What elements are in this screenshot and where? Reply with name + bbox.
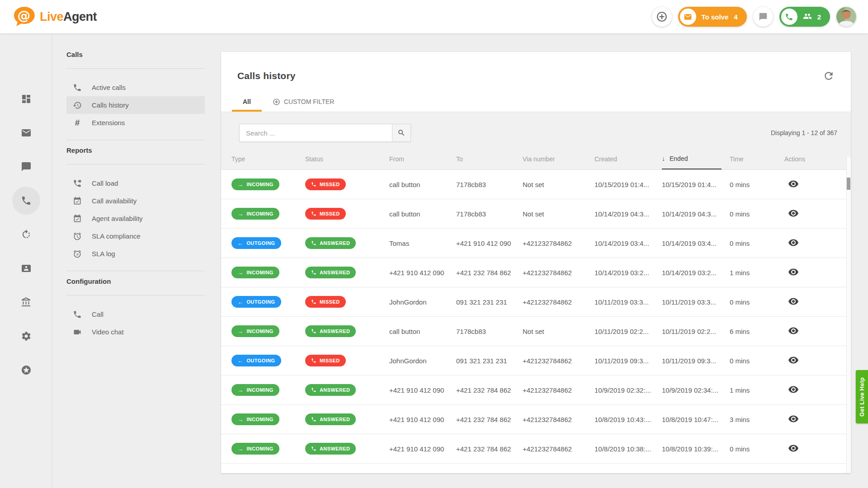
eye-icon[interactable]: [788, 384, 799, 395]
phone-icon: [311, 328, 316, 334]
status-badge: ANSWERED: [305, 267, 356, 278]
eye-icon[interactable]: [788, 208, 799, 219]
table-row[interactable]: ←OUTGOINGANSWEREDTomas+421 910 412 090+4…: [221, 229, 851, 258]
sidebar-item-call-load[interactable]: Call load: [66, 174, 205, 192]
phone-icon[interactable]: [21, 195, 32, 206]
user-avatar[interactable]: [836, 7, 856, 27]
column-header-label: Actions: [784, 155, 805, 163]
chat-icon[interactable]: [21, 161, 32, 172]
column-header-via-number[interactable]: Via number: [523, 148, 594, 169]
eye-icon[interactable]: [788, 413, 799, 424]
eye-icon[interactable]: [788, 237, 799, 248]
column-header-label: Created: [594, 155, 617, 163]
eye-icon[interactable]: [788, 296, 799, 307]
tab-all[interactable]: All: [232, 92, 262, 112]
phone-icon: [311, 211, 316, 216]
table-row[interactable]: →INCOMINGANSWERED+421 910 412 090+421 23…: [221, 258, 851, 287]
cell-to: 7178cb83: [456, 328, 523, 335]
icon-rail: [0, 33, 52, 488]
table-row[interactable]: ←OUTGOINGMISSEDJohnGordon091 321 231 231…: [221, 287, 851, 317]
cell-to: +421 232 784 862: [456, 386, 523, 394]
dashboard-icon[interactable]: [21, 94, 32, 104]
column-header-status[interactable]: Status: [305, 148, 389, 169]
alarm-log-icon: [73, 249, 82, 258]
refresh-icon[interactable]: [823, 70, 835, 82]
eye-icon[interactable]: [788, 443, 799, 454]
calendar-check-icon: [73, 197, 82, 206]
sidebar-item-agent-availability[interactable]: Agent availability: [66, 210, 205, 227]
cell-type: ←OUTGOING: [231, 355, 305, 366]
contact-card-icon[interactable]: [21, 263, 32, 274]
cell-type: →INCOMING: [231, 208, 305, 220]
sidebar-item-calls-history[interactable]: Calls history: [66, 96, 205, 114]
menu-section-heading: Reports: [66, 140, 205, 164]
sidebar-item-call[interactable]: Call: [66, 305, 205, 323]
sidebar-item-extensions[interactable]: #Extensions: [66, 114, 205, 131]
agents-online-button[interactable]: 2: [779, 7, 830, 27]
sidebar-item-label: SLA compliance: [92, 232, 141, 240]
search-icon[interactable]: [392, 124, 411, 142]
cell-actions: [784, 178, 851, 191]
column-header-created[interactable]: Created: [594, 148, 662, 169]
tab-custom-filter[interactable]: CUSTOM FILTER: [262, 92, 345, 112]
type-badge: →INCOMING: [231, 443, 279, 455]
status-badge: ANSWERED: [305, 325, 356, 337]
cell-via-number: +421232784862: [523, 239, 594, 247]
table-row[interactable]: →INCOMINGANSWERED+421 910 412 090+421 23…: [221, 434, 851, 464]
column-header-time[interactable]: Time: [730, 148, 784, 169]
envelope-icon: [680, 9, 696, 25]
scrollbar-thumb[interactable]: [847, 178, 850, 190]
menu-section-heading: Calls: [66, 44, 205, 68]
sidebar-item-sla-log[interactable]: SLA log: [66, 245, 205, 263]
phone-icon: [311, 182, 316, 187]
table-row[interactable]: ←OUTGOINGMISSEDJohnGordon091 321 231 231…: [221, 346, 851, 375]
table-row[interactable]: →INCOMINGMISSEDcall button7178cb83Not se…: [221, 199, 851, 229]
cell-via-number: +421232784862: [523, 386, 594, 394]
star-circle-icon[interactable]: [21, 365, 32, 375]
cell-from: +421 910 412 090: [389, 445, 456, 453]
cell-status: ANSWERED: [305, 237, 389, 249]
column-header-ended[interactable]: ↓Ended: [662, 148, 722, 169]
gear-icon[interactable]: [21, 331, 32, 342]
sidebar-item-video-chat[interactable]: Video chat: [66, 323, 205, 341]
table-row[interactable]: →INCOMINGANSWEREDcall button7178cb83Not …: [221, 317, 851, 346]
to-solve-button[interactable]: To solve 4: [678, 7, 747, 27]
get-live-help-tab[interactable]: Get Live Help: [856, 370, 868, 423]
cell-actions: [784, 267, 851, 279]
menu-item-list: Call loadCall availabilityAgent availabi…: [66, 164, 205, 271]
arrow-right-icon: →: [237, 182, 243, 188]
table-row[interactable]: →INCOMINGMISSEDcall button7178cb83Not se…: [221, 170, 851, 199]
cell-ended: 10/15/2019 01:4...: [662, 181, 730, 188]
phone-icon: [781, 9, 797, 25]
status-badge-label: ANSWERED: [320, 240, 350, 246]
status-badge-label: ANSWERED: [320, 328, 350, 334]
column-header-actions[interactable]: Actions: [784, 148, 851, 169]
sidebar-item-label: Active calls: [92, 84, 126, 91]
search-input[interactable]: [239, 124, 392, 142]
cell-actions: [784, 413, 851, 426]
column-header-type[interactable]: Type: [231, 148, 305, 169]
table-row[interactable]: →INCOMINGANSWERED+421 910 412 090+421 23…: [221, 405, 851, 434]
table-row[interactable]: →INCOMINGANSWERED+421 910 412 090+421 23…: [221, 375, 851, 405]
cell-status: MISSED: [305, 208, 389, 220]
eye-icon[interactable]: [788, 325, 799, 336]
cell-time: 3 mins: [730, 416, 784, 423]
add-circle-icon[interactable]: [652, 7, 672, 27]
column-header-to[interactable]: To: [456, 148, 523, 169]
sidebar-item-call-availability[interactable]: Call availability: [66, 192, 205, 210]
cell-type: →INCOMING: [231, 413, 305, 425]
table-scrollbar[interactable]: [846, 157, 851, 473]
eye-icon[interactable]: [788, 267, 799, 277]
rotate-icon[interactable]: [21, 229, 32, 240]
to-solve-count: 4: [734, 13, 737, 21]
bank-icon[interactable]: [21, 297, 32, 308]
sidebar-item-sla-compliance[interactable]: SLA compliance: [66, 227, 205, 245]
eye-icon[interactable]: [788, 178, 799, 189]
chat-bubble-icon[interactable]: [753, 7, 773, 27]
type-badge-label: OUTGOING: [246, 299, 275, 305]
column-header-from[interactable]: From: [389, 148, 456, 169]
eye-icon[interactable]: [788, 355, 799, 366]
mail-icon[interactable]: [21, 127, 32, 138]
sidebar-item-active-calls[interactable]: Active calls: [66, 79, 205, 96]
add-circle-icon: [273, 98, 280, 106]
